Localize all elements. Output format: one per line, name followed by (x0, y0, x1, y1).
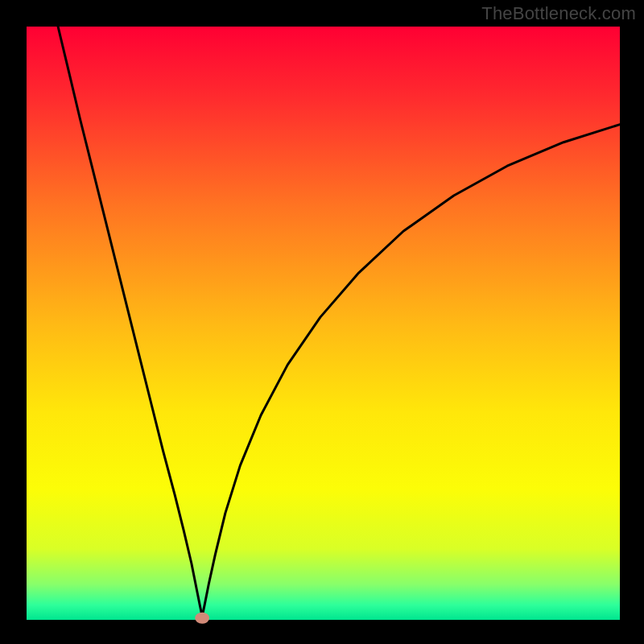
plot-background (27, 27, 620, 620)
bottleneck-chart (0, 0, 644, 644)
minimum-marker (195, 613, 209, 624)
chart-frame: TheBottleneck.com (0, 0, 644, 644)
